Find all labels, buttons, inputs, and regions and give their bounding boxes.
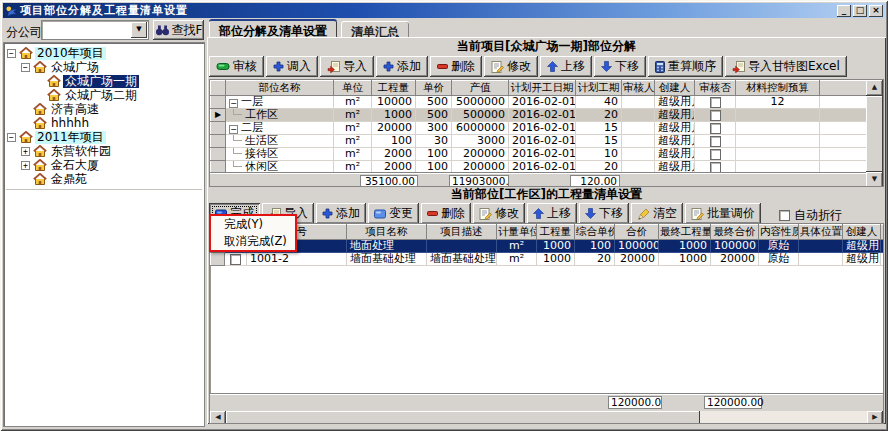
horizontal-scrollbar[interactable]: ◀ ▶ [210, 411, 883, 424]
audited-checkbox[interactable] [710, 110, 721, 121]
move-down-button[interactable]: 下移 [579, 203, 629, 224]
row-selector[interactable] [211, 253, 225, 266]
vertical-scrollbar[interactable]: ▲ ▼ [866, 80, 883, 187]
row-selector[interactable] [211, 96, 226, 109]
part-row[interactable]: −二层m²2000030060000002016-02-0115超级用户 [211, 122, 869, 135]
column-header: 项目名称 [347, 225, 427, 240]
project-sidebar: 分公司 ▼ 查找F −2010年项目−众城广场众城广场一期众城广场二期济青高速h… [3, 19, 205, 428]
value-cell: 5000000 [452, 96, 509, 109]
tree-item[interactable]: 金鼎苑 [5, 172, 204, 186]
tab-part-breakdown[interactable]: 部位分解及清单设置 [209, 19, 337, 37]
lower-section-title: 当前部位[工作区]的工程量清单设置 [209, 187, 884, 202]
row-selector[interactable]: ▶ [211, 109, 226, 122]
part-row[interactable]: ▶工作区m²10005005000002016-02-0120超级用户 [211, 109, 869, 122]
tree-item-label: 2011年项目 [35, 131, 106, 144]
sum-value: 11903000. [449, 175, 509, 187]
maximize-button[interactable]: □ [853, 5, 867, 17]
boq-row[interactable]: 1001-2墙面基础处理墙面基础处理m²10002020000100020000… [211, 253, 885, 266]
auditor-cell [622, 148, 655, 161]
move-up-button[interactable]: 上移 [540, 56, 592, 77]
scroll-down-icon[interactable]: ▼ [866, 172, 883, 187]
tree-item[interactable]: 济青高速 [5, 102, 204, 116]
move-up-button[interactable]: 上移 [527, 203, 577, 224]
creator-cell: 超级用户 [655, 96, 695, 109]
row-selector[interactable] [211, 122, 226, 135]
move-down-button[interactable]: 下移 [594, 56, 646, 77]
audited-checkbox[interactable] [710, 97, 721, 108]
minus-icon [427, 210, 438, 217]
qty-cell: 10000 [372, 96, 416, 109]
close-button[interactable]: × [869, 5, 883, 17]
nature-cell: 原始 [759, 253, 799, 266]
collapse-toggle-icon[interactable]: − [229, 99, 238, 108]
builder-cell [881, 240, 885, 253]
unit-cell: m² [334, 96, 372, 109]
tree-item[interactable]: −众城广场 [5, 60, 204, 74]
clear-button[interactable]: 清空 [631, 203, 683, 224]
qty-cell: 1000 [537, 253, 575, 266]
find-button[interactable]: 查找F [153, 20, 204, 40]
recalc-order-button[interactable]: 重算顺序 [648, 56, 723, 77]
scrollbar-thumb[interactable] [226, 411, 700, 424]
add-button[interactable]: 添加 [316, 203, 366, 224]
menu-item[interactable]: 完成(Y) [211, 216, 295, 233]
expand-toggle-icon[interactable]: + [21, 161, 30, 170]
part-row[interactable]: 生活区m²1003030002016-02-0115超级用户 [211, 135, 869, 148]
part-row[interactable]: −一层m²1000050050000002016-02-0140超级用户12 [211, 96, 869, 109]
minimize-button[interactable]: _ [837, 5, 851, 17]
tree-item[interactable]: 众城广场二期 [5, 88, 204, 102]
add-button[interactable]: 添加 [376, 56, 428, 77]
audited-checkbox[interactable] [710, 149, 721, 160]
unit-price-cell: 100 [575, 240, 615, 253]
modify-button[interactable]: 修改 [473, 203, 525, 224]
creator-cell: 超级用户 [655, 135, 695, 148]
collapse-toggle-icon[interactable]: − [229, 125, 238, 134]
tree-item[interactable]: 众城广场一期 [5, 74, 204, 88]
scroll-right-icon[interactable]: ▶ [867, 411, 883, 424]
scroll-left-icon[interactable]: ◀ [210, 411, 226, 424]
collapse-toggle-icon[interactable]: − [7, 133, 16, 142]
tree-item[interactable]: −2010年项目 [5, 46, 204, 60]
tree-item[interactable]: −2011年项目 [5, 130, 204, 144]
tree-item[interactable]: +金石大厦 [5, 158, 204, 172]
delete-button[interactable]: 删除 [430, 56, 482, 77]
value-cell: 6000000 [452, 122, 509, 135]
row-selector[interactable] [211, 148, 226, 161]
company-combobox[interactable]: ▼ [41, 20, 149, 40]
house-icon [19, 47, 33, 59]
tree-item[interactable]: +东营软件园 [5, 144, 204, 158]
collapse-toggle-icon[interactable]: − [21, 63, 30, 72]
company-input[interactable] [43, 22, 129, 38]
row-selector[interactable] [211, 135, 226, 148]
part-row[interactable]: 接待区m²20001002000002016-02-0110超级用户 [211, 148, 869, 161]
delete-button[interactable]: 删除 [421, 203, 471, 224]
audited-checkbox[interactable] [710, 162, 721, 173]
house-icon [33, 117, 47, 129]
boq-row[interactable]: ▶地面处理m²10001001000001000100000原始超级用户 [211, 240, 885, 253]
expand-toggle-icon[interactable]: + [21, 147, 30, 156]
audited-checkbox[interactable] [710, 123, 721, 134]
load-in-button[interactable]: 调入 [266, 56, 318, 77]
scroll-up-icon[interactable]: ▲ [866, 80, 883, 96]
tree-item-label: 东营软件园 [49, 145, 113, 158]
filler-cell [820, 135, 869, 148]
title-bar: 项目部位分解及工程量清单设置 _ □ × [3, 3, 885, 18]
menu-item[interactable]: 取消完成(Z) [211, 233, 295, 250]
import-gantt-excel-button[interactable]: 导入甘特图Excel [725, 56, 847, 77]
audited-checkbox[interactable] [710, 136, 721, 147]
auto-wrap-checkbox[interactable] [779, 210, 790, 221]
complete-checkbox[interactable] [230, 254, 241, 265]
change-button[interactable]: 变更 [368, 203, 419, 224]
duration-cell: 10 [576, 148, 622, 161]
chevron-down-icon[interactable]: ▼ [131, 22, 147, 38]
collapse-toggle-icon[interactable]: − [7, 49, 16, 58]
column-header: 部位名称 [226, 81, 334, 96]
tab-list-summary[interactable]: 清单汇总 [341, 21, 409, 37]
modify-button[interactable]: 修改 [484, 56, 538, 77]
audit-button[interactable]: 审核 [209, 56, 264, 77]
sum-final-total: 120000.00 [704, 396, 762, 409]
batch-price-button[interactable]: 批量调价 [685, 203, 761, 224]
import-button[interactable]: 导入 [320, 56, 374, 77]
scrollbar-thumb[interactable] [866, 96, 883, 172]
tree-item[interactable]: hhhhh [5, 116, 204, 130]
